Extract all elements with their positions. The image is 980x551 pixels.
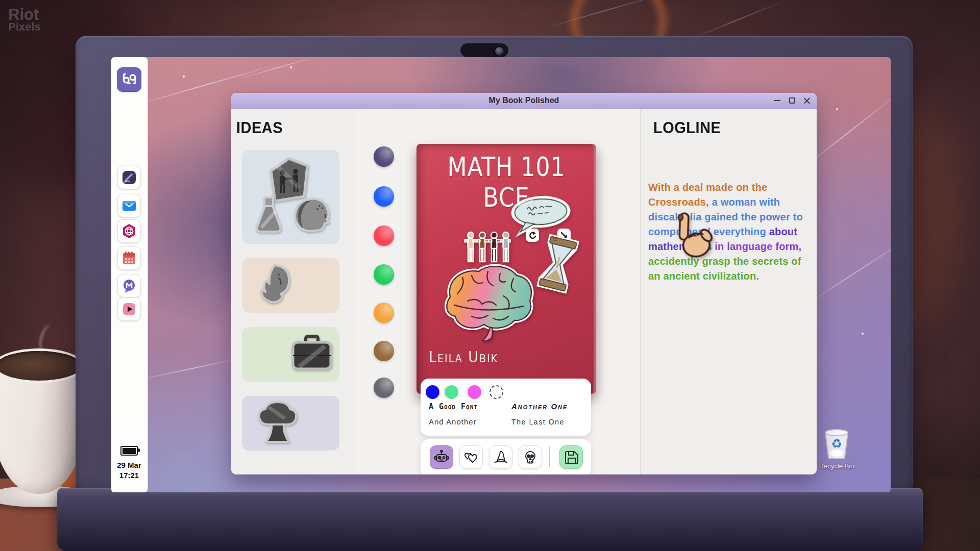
book-author[interactable]: Leila Ubik bbox=[429, 348, 498, 366]
dock-paint-app[interactable] bbox=[117, 166, 141, 189]
watermark-line2: Pixels bbox=[8, 22, 41, 33]
wallpaper-streak bbox=[133, 356, 248, 382]
font-option-2[interactable]: Another One bbox=[511, 402, 568, 411]
clock: 29 Mar 17:21 bbox=[111, 460, 147, 481]
globe-browser-icon bbox=[121, 223, 137, 239]
studio-logo-icon bbox=[120, 71, 138, 88]
text-color-dot-custom[interactable] bbox=[489, 385, 503, 399]
wallpaper-sparkle bbox=[836, 108, 838, 110]
paper-people-sticker[interactable] bbox=[464, 231, 511, 264]
titlebar[interactable]: My Book Polished bbox=[231, 93, 817, 109]
window-body: IDEAS bbox=[231, 109, 817, 474]
cover-color-swatch[interactable] bbox=[374, 378, 394, 398]
rainbow-brain-sticker[interactable] bbox=[439, 261, 540, 347]
close-button[interactable] bbox=[803, 97, 811, 104]
text-color-dot-blue[interactable] bbox=[426, 385, 439, 399]
laptop-screen: ♻ Recycle Bin bbox=[111, 57, 891, 492]
logline-segment: in language form, bbox=[712, 241, 801, 252]
cover-editor: MATH 101 BCE bbox=[355, 109, 640, 474]
save-floppy-icon bbox=[564, 449, 579, 465]
ideas-panel: IDEAS bbox=[231, 109, 355, 474]
mail-icon bbox=[121, 198, 137, 213]
recycle-bin[interactable]: ♻ Recycle Bin bbox=[814, 428, 860, 470]
minimize-button[interactable] bbox=[774, 97, 781, 104]
wallpaper-sparkle bbox=[183, 76, 185, 78]
dock-calendar-app[interactable] bbox=[117, 246, 141, 270]
logline-heading: LOGLINE bbox=[653, 119, 721, 137]
woman-head-sticker-icon[interactable] bbox=[291, 197, 333, 236]
cover-color-swatch[interactable] bbox=[374, 303, 394, 323]
cover-color-swatch[interactable] bbox=[374, 146, 394, 167]
text-color-dot-green[interactable] bbox=[445, 385, 458, 399]
recycle-bin-label: Recycle Bin bbox=[814, 462, 860, 470]
genre-romance-button[interactable] bbox=[459, 445, 483, 469]
wizard-hat-icon bbox=[493, 449, 508, 465]
date-label: 29 Mar bbox=[111, 460, 147, 470]
skull-icon bbox=[523, 449, 538, 465]
fetus-sticker-icon[interactable] bbox=[255, 263, 294, 308]
dock: 29 Mar 17:21 bbox=[111, 57, 148, 492]
laptop-base bbox=[57, 488, 923, 551]
dock-app-logo[interactable] bbox=[117, 67, 141, 92]
cover-color-swatch[interactable] bbox=[374, 341, 394, 361]
webcam-notch bbox=[460, 43, 508, 57]
wallpaper-sparkle bbox=[290, 66, 292, 68]
font-option-4[interactable]: The Last One bbox=[511, 418, 565, 426]
rotate-icon bbox=[528, 231, 536, 239]
palette-fonts-panel: A Good Font Another One And Another The … bbox=[421, 379, 591, 436]
robot-icon bbox=[434, 449, 449, 465]
briefcase-sticker-icon[interactable] bbox=[289, 331, 335, 377]
cover-color-swatch[interactable] bbox=[374, 186, 394, 207]
mushroom-sticker-icon[interactable] bbox=[256, 399, 299, 448]
wallpaper-streak bbox=[235, 57, 319, 80]
flask-sticker-icon[interactable] bbox=[251, 196, 287, 240]
dock-browser-app[interactable] bbox=[117, 219, 141, 243]
genre-fantasy-button[interactable] bbox=[489, 445, 512, 469]
book-cover[interactable]: MATH 101 BCE bbox=[416, 144, 596, 394]
window-title: My Book Polished bbox=[489, 96, 559, 105]
genre-robot-button[interactable] bbox=[430, 445, 453, 469]
maximize-button[interactable] bbox=[789, 97, 796, 104]
genre-toolbar bbox=[421, 439, 591, 474]
watermark: Riot Pixels bbox=[8, 7, 41, 33]
idea-card-people[interactable] bbox=[242, 150, 339, 244]
genre-horror-button[interactable] bbox=[519, 445, 542, 469]
dock-messenger-app[interactable] bbox=[117, 274, 141, 297]
video-player-icon bbox=[121, 302, 137, 317]
ideas-heading: IDEAS bbox=[236, 119, 283, 137]
font-option-1[interactable]: A Good Font bbox=[429, 402, 478, 411]
toolbar-divider bbox=[549, 446, 550, 467]
messenger-icon bbox=[121, 278, 137, 293]
time-label: 17:21 bbox=[111, 470, 147, 481]
font-option-3[interactable]: And Another bbox=[429, 417, 477, 426]
scene: Riot Pixels ♻ Recycle Bin bbox=[0, 0, 980, 551]
rotate-sticker-handle[interactable] bbox=[526, 229, 539, 242]
battery-icon bbox=[120, 446, 138, 456]
text-color-dot-magenta[interactable] bbox=[468, 385, 481, 399]
app-window: My Book Polished IDEAS bbox=[231, 93, 817, 474]
cover-color-swatch[interactable] bbox=[374, 264, 394, 285]
dock-mail-app[interactable] bbox=[117, 194, 141, 217]
logline-panel: LOGLINE With a deal made on the Crossroa… bbox=[640, 109, 817, 474]
svg-text:♻: ♻ bbox=[831, 437, 842, 451]
logline-segment: accidently grasp the secrets of an ancie… bbox=[648, 256, 801, 282]
hand-cursor bbox=[668, 205, 720, 266]
idea-card-fetus[interactable] bbox=[242, 258, 339, 313]
camera-icon bbox=[494, 46, 505, 57]
watermark-line1: Riot bbox=[8, 7, 41, 22]
hearts-icon bbox=[463, 449, 479, 465]
recycle-bin-icon: ♻ bbox=[822, 428, 851, 459]
calendar-icon bbox=[121, 251, 137, 266]
save-button[interactable] bbox=[559, 445, 583, 469]
paint-app-icon bbox=[121, 170, 137, 185]
cover-color-swatch[interactable] bbox=[374, 226, 394, 246]
wallpaper-sparkle bbox=[862, 333, 864, 335]
idea-card-mushroom[interactable] bbox=[242, 396, 339, 450]
hourglass-sticker[interactable] bbox=[534, 233, 581, 294]
window-controls bbox=[774, 93, 811, 108]
idea-card-briefcase[interactable] bbox=[242, 327, 339, 382]
dock-video-app[interactable] bbox=[117, 297, 141, 321]
